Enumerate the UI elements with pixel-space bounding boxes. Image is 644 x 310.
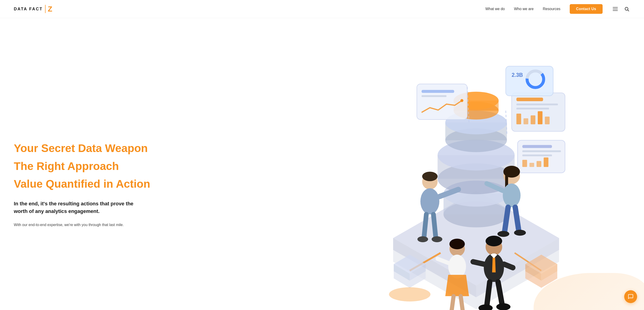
svg-text:2.3B: 2.3B: [512, 72, 523, 78]
isometric-illustration: 2.3B: [322, 36, 630, 310]
svg-rect-49: [522, 160, 527, 167]
hero-content-left: Your Secret Data Weapon The Right Approa…: [14, 142, 175, 228]
svg-line-57: [433, 214, 436, 238]
svg-point-90: [389, 287, 430, 302]
svg-line-75: [451, 296, 454, 310]
svg-point-60: [422, 172, 438, 181]
search-icon: [624, 6, 629, 12]
svg-point-58: [418, 236, 428, 242]
logo[interactable]: DATA FACT Z: [14, 5, 52, 13]
hero-body-regular: With our end-to-end expertise, we're wit…: [14, 222, 134, 228]
svg-rect-36: [545, 116, 550, 124]
svg-rect-31: [516, 108, 549, 110]
svg-point-64: [503, 184, 520, 207]
chat-icon: [628, 294, 634, 300]
svg-point-89: [496, 303, 510, 310]
svg-line-85: [504, 264, 513, 268]
hero-headline-3: Value Quantified in Action: [14, 177, 175, 191]
svg-line-1: [628, 10, 629, 11]
search-icon-button[interactable]: [623, 6, 630, 12]
svg-rect-33: [524, 118, 528, 124]
svg-rect-52: [544, 158, 548, 167]
chat-widget-button[interactable]: [624, 290, 637, 303]
svg-point-80: [486, 236, 502, 246]
svg-line-84: [473, 262, 484, 264]
logo-text: DATA FACT: [14, 7, 43, 12]
svg-point-54: [420, 188, 439, 214]
svg-rect-47: [522, 150, 561, 152]
hero-headline-2: The Right Approach: [14, 160, 175, 173]
svg-point-69: [514, 230, 526, 236]
logo-divider: [45, 5, 46, 13]
svg-rect-43: [422, 95, 446, 97]
hero-body-bold: In the end, it's the resulting actions t…: [14, 200, 142, 215]
svg-rect-42: [422, 90, 454, 93]
nav-icons: [612, 6, 630, 12]
contact-us-button[interactable]: Contact Us: [570, 4, 602, 14]
hero-headline-1: Your Secret Data Weapon: [14, 142, 175, 155]
svg-rect-50: [530, 163, 534, 167]
svg-point-68: [498, 231, 510, 237]
svg-marker-73: [445, 275, 469, 296]
nav-item-who-we-are[interactable]: Who we are: [514, 7, 534, 11]
svg-rect-29: [516, 98, 543, 101]
hamburger-icon: [613, 7, 618, 11]
svg-rect-48: [522, 154, 552, 156]
svg-rect-32: [516, 114, 521, 124]
svg-line-76: [461, 296, 463, 310]
svg-line-56: [424, 214, 426, 238]
svg-rect-30: [516, 104, 558, 105]
svg-rect-46: [522, 145, 552, 148]
main-nav: What we do Who we are Resources Contact …: [485, 4, 630, 14]
svg-point-59: [432, 236, 442, 242]
hero-illustration-right: 2.3B: [322, 36, 630, 310]
svg-point-71: [450, 239, 465, 249]
hero-section: Your Secret Data Weapon The Right Approa…: [0, 18, 644, 310]
svg-line-86: [487, 282, 490, 306]
svg-rect-35: [538, 111, 542, 124]
nav-item-what-we-do[interactable]: What we do: [485, 7, 504, 11]
svg-line-67: [515, 207, 519, 231]
menu-icon-button[interactable]: [612, 6, 619, 12]
svg-line-66: [504, 207, 508, 232]
svg-rect-37: [506, 66, 553, 96]
logo-z-letter: Z: [48, 5, 52, 13]
svg-point-44: [460, 99, 464, 102]
nav-item-resources[interactable]: Resources: [543, 7, 560, 11]
svg-marker-82: [492, 256, 496, 272]
svg-rect-51: [536, 161, 542, 167]
svg-rect-34: [530, 116, 536, 124]
site-header: DATA FACT Z What we do Who we are Resour…: [0, 0, 644, 18]
